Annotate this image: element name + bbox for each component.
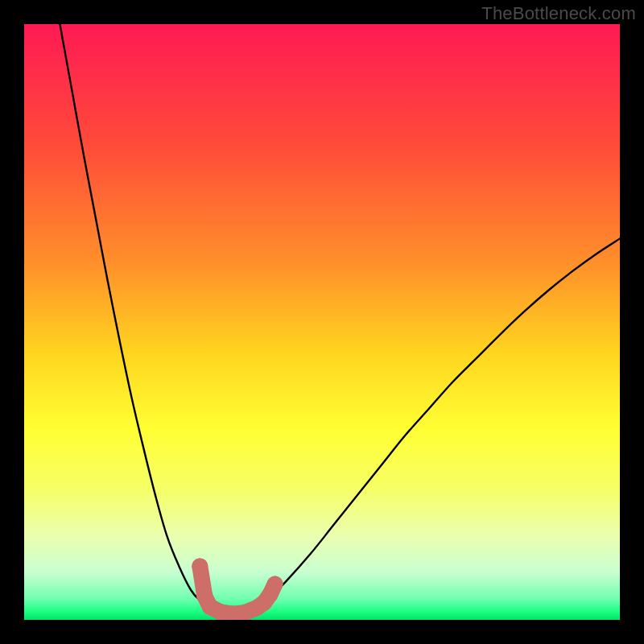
outer-frame: TheBottleneck.com	[0, 0, 644, 644]
highlighted-markers	[192, 558, 283, 620]
watermark-text: TheBottleneck.com	[481, 3, 636, 24]
plot-area	[24, 24, 620, 620]
curve-left-branch	[60, 24, 208, 607]
chart-svg	[24, 24, 620, 620]
curve-right-branch	[268, 238, 620, 599]
marker-dot	[267, 576, 283, 592]
marker-dot	[192, 558, 208, 574]
